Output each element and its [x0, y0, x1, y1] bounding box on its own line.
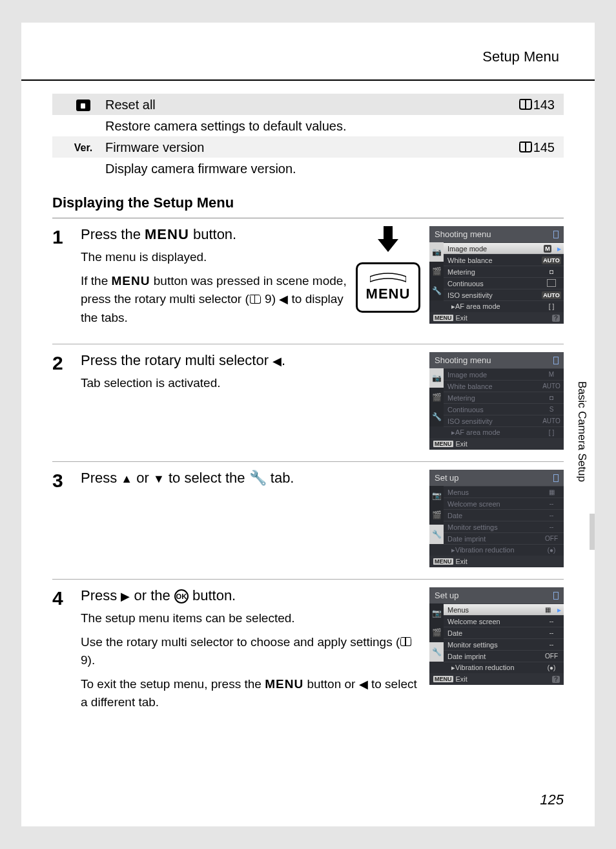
- step-text: The menu is displayed.: [81, 248, 348, 267]
- table-row: Ver. Firmware version 145: [52, 136, 564, 158]
- step-number: 3: [52, 470, 81, 567]
- section-heading: Displaying the Setup Menu: [52, 194, 564, 211]
- step-number: 4: [52, 587, 81, 717]
- triangle-left-icon: ◀: [359, 678, 368, 691]
- step-text: If the MENU button was pressed in scene …: [81, 272, 348, 328]
- wrench-tab-icon: 🔧: [429, 642, 444, 662]
- step-text: The setup menu items can be selected.: [81, 609, 424, 628]
- triangle-down-icon: ▼: [153, 472, 165, 485]
- reset-icon: [76, 100, 90, 111]
- triangle-left-icon: ◀: [279, 293, 288, 306]
- version-icon: Ver.: [74, 142, 92, 154]
- row-title: Firmware version: [105, 140, 506, 155]
- step-text: Tab selection is activated.: [81, 374, 424, 393]
- book-icon: [250, 296, 261, 304]
- camera-tab-icon: 📷: [429, 603, 444, 623]
- step-2: 2 Press the rotary multi selector ◀. Tab…: [52, 344, 564, 461]
- table-row: Reset all 143: [52, 94, 564, 115]
- lcd-screen: Shooting menu 📷 🎬 🔧 Image modeM▸ White b…: [429, 226, 564, 324]
- triangle-up-icon: ▲: [121, 472, 132, 485]
- step-title: Press ▶ or the OK button.: [81, 587, 424, 604]
- lcd-screen: Set up 📷 🎬 🔧 Menus▦ Welcome screen-- Dat…: [429, 470, 564, 567]
- camera-tab-icon: 📷: [429, 242, 444, 262]
- step-title: Press the rotary multi selector ◀.: [81, 352, 424, 369]
- step-number: 2: [52, 352, 81, 450]
- battery-icon: [553, 474, 559, 482]
- ok-button-icon: OK: [174, 589, 189, 603]
- lcd-screen: Shooting menu 📷 🎬 🔧 Image modeM White ba…: [429, 352, 564, 450]
- scene-tab-icon: 🎬: [429, 505, 444, 525]
- table-row: Restore camera settings to default value…: [52, 115, 564, 136]
- arrow-down-icon: [378, 226, 398, 257]
- book-icon: [519, 143, 532, 152]
- step-3: 3 Press ▲ or ▼ to select the 🔧 tab. Set …: [52, 461, 564, 579]
- battery-icon: [553, 592, 559, 600]
- step-4: 4 Press ▶ or the OK button. The setup me…: [52, 579, 564, 729]
- table-row: Display camera firmware version.: [52, 158, 564, 179]
- lcd-screen: Set up 📷 🎬 🔧 Menus▦▸ Welcome screen-- Da…: [429, 587, 564, 685]
- triangle-left-icon: ◀: [272, 355, 282, 368]
- step-title: Press ▲ or ▼ to select the 🔧 tab.: [81, 470, 424, 487]
- side-section-label: Basic Camera Setup: [575, 381, 588, 482]
- row-description: Display camera firmware version.: [52, 162, 296, 176]
- row-description: Restore camera settings to default value…: [52, 119, 347, 134]
- help-icon: ?: [552, 676, 560, 683]
- step-title: Press the MENU button.: [81, 226, 348, 243]
- book-icon: [519, 100, 532, 110]
- side-thumb-tab: [590, 514, 595, 550]
- battery-icon: [553, 231, 559, 238]
- help-icon: ?: [552, 315, 560, 322]
- wrench-icon: 🔧: [249, 470, 267, 486]
- page-header: Setup Menu: [482, 48, 559, 65]
- step-text: To exit the setup menu, press the MENU b…: [81, 675, 424, 712]
- wrench-tab-icon: 🔧: [429, 407, 444, 426]
- triangle-right-icon: ▶: [121, 590, 130, 603]
- book-icon: [400, 638, 411, 646]
- menu-button-illustration: MENU: [353, 226, 423, 317]
- wrench-tab-icon: 🔧: [429, 525, 444, 544]
- scene-tab-icon: 🎬: [429, 262, 444, 281]
- step-text: Use the rotary multi selector to choose …: [81, 633, 424, 670]
- row-title: Reset all: [105, 98, 506, 112]
- page-ref: 143: [506, 98, 564, 112]
- step-1: 1 Press the MENU button. The menu is dis…: [52, 218, 564, 344]
- camera-tab-icon: 📷: [429, 486, 444, 505]
- scene-tab-icon: 🎬: [429, 388, 444, 407]
- camera-tab-icon: 📷: [429, 368, 444, 388]
- scene-tab-icon: 🎬: [429, 623, 444, 642]
- page-ref: 145: [506, 140, 564, 155]
- battery-icon: [553, 357, 559, 364]
- wrench-tab-icon: 🔧: [429, 281, 444, 300]
- page-number: 125: [540, 791, 564, 808]
- step-number: 1: [52, 226, 81, 332]
